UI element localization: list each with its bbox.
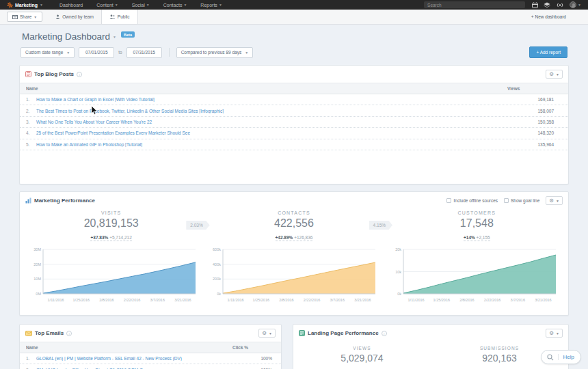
table-header: Name Click % (20, 342, 281, 353)
metric-contacts: CONTACTS 422,556 +42.89% +126,836 (202, 210, 385, 242)
chevron-down-icon: ▼ (40, 3, 43, 7)
svg-text:3/7/2016: 3/7/2016 (510, 298, 524, 302)
nav-item-contacts[interactable]: Contacts▼ (157, 3, 194, 8)
svg-text:1/25/2016: 1/25/2016 (253, 298, 269, 302)
new-dashboard-button[interactable]: + New dashboard (531, 14, 566, 19)
search-input[interactable] (427, 3, 522, 8)
views-value: 150,358 (507, 120, 562, 124)
global-search[interactable] (424, 1, 525, 8)
card-header: Landing Page Performance i ⚙▼ (293, 325, 568, 342)
email-icon (25, 331, 32, 336)
date-to-input[interactable] (126, 47, 162, 58)
table-row: 4. 25 of the Best PowerPoint Presentatio… (20, 128, 568, 139)
svg-text:3/7/2016: 3/7/2016 (330, 298, 345, 302)
chevron-down-icon[interactable]: ▼ (113, 35, 116, 39)
date-from-input[interactable] (79, 47, 114, 58)
svg-text:1/11/2016: 1/11/2016 (228, 298, 244, 302)
views-value: 135,964 (507, 142, 562, 147)
nav-item-content[interactable]: Content▼ (90, 3, 124, 8)
people-icon (109, 14, 116, 19)
metric-visits: VISITS 20,819,153 +37.83% +5,714,212 (20, 210, 202, 242)
dashboard-content: Marketing Dashboard ▼ Beta Custom date r… (0, 25, 588, 369)
envelope-icon (12, 15, 18, 19)
nav-item-reports[interactable]: Reports▼ (193, 3, 228, 8)
include-offline-checkbox[interactable]: Include offline sources (446, 198, 498, 203)
share-button[interactable]: Share ▼ (7, 12, 42, 22)
nav-item-social[interactable]: Social▼ (125, 3, 157, 8)
card-settings-button[interactable]: ⚙▼ (258, 329, 276, 338)
svg-text:1/11/2016: 1/11/2016 (407, 298, 424, 302)
svg-text:1/25/2016: 1/25/2016 (73, 298, 90, 302)
tab-owned-by-team[interactable]: Owned by team (48, 10, 101, 24)
svg-text:0k: 0k (217, 292, 222, 296)
blog-post-link[interactable]: 25 of the Best PowerPoint Presentation E… (36, 131, 190, 135)
chevron-down-icon: ▼ (183, 3, 187, 7)
chevron-down-icon: ▼ (34, 15, 37, 19)
bottom-row: Top Emails i ⚙▼ Name Click % 1. GLOBAL (… (19, 324, 569, 369)
card-header: Top Emails i ⚙▼ (20, 325, 281, 342)
landing-page-icon (299, 330, 305, 336)
marketing-performance-card: Marketing Performance Include offline so… (19, 191, 569, 316)
show-goal-checkbox[interactable]: Show goal line (504, 198, 539, 203)
calendar-icon[interactable] (532, 2, 538, 8)
filter-row: Custom date range ▼ to Compared to previ… (21, 46, 567, 58)
views-value: 148,320 (507, 131, 562, 135)
metric-customers: CUSTOMERS 17,548 +14% +2,155 (386, 210, 568, 242)
info-icon[interactable]: i (77, 72, 82, 77)
nav-brand-marketing[interactable]: Marketing ▼ (7, 2, 43, 8)
svg-text:400k: 400k (213, 262, 221, 266)
chevron-down-icon: ▼ (556, 72, 559, 77)
charts-row: 0M10M20M30M1/11/20161/25/20162/8/20162/2… (20, 246, 568, 303)
title-row: Marketing Dashboard ▼ Beta (22, 31, 566, 42)
date-range-select[interactable]: Custom date range ▼ (21, 47, 75, 58)
contacts-area-chart: 0k200k400k600k1/11/20161/25/20162/8/2016… (208, 246, 379, 303)
info-icon[interactable]: i (66, 331, 72, 336)
svg-text:20k: 20k (395, 247, 401, 251)
metrics-row: VISITS 20,819,153 +37.83% +5,714,212 CON… (20, 210, 568, 242)
info-icon[interactable]: i (382, 331, 387, 336)
card-header: Marketing Performance Include offline so… (20, 192, 568, 209)
top-blog-posts-card: Top Blog Posts i ⚙▼ Name Views 1. How to… (19, 65, 569, 184)
metric-delta: +42.89% +126,836 (276, 235, 313, 241)
views-value: 169,181 (507, 97, 562, 102)
search-icon (547, 354, 554, 361)
svg-text:2/8/2016: 2/8/2016 (459, 298, 474, 302)
views-value: 158,007 (507, 109, 562, 113)
card-settings-button[interactable]: ⚙▼ (546, 70, 563, 79)
blog-post-link[interactable]: The Best Times to Post on Facebook, Twit… (36, 109, 224, 113)
beta-badge: Beta (121, 31, 135, 38)
card-settings-button[interactable]: ⚙▼ (546, 196, 563, 205)
svg-text:2/22/2016: 2/22/2016 (124, 298, 140, 302)
marketplace-icon[interactable] (544, 2, 550, 8)
gear-icon: ⚙ (549, 330, 554, 336)
chevron-down-icon: ▼ (245, 51, 248, 55)
svg-text:1/25/2016: 1/25/2016 (433, 298, 449, 302)
metric-views: VIEWS 5,029,074 +50.22% +1,681,221 (293, 346, 431, 369)
checkbox-icon (504, 198, 509, 203)
card-title: Landing Page Performance (308, 330, 379, 336)
top-emails-card: Top Emails i ⚙▼ Name Click % 1. GLOBAL (… (19, 324, 282, 369)
blog-post-link[interactable]: What No One Tells You About Your Career … (36, 120, 152, 124)
add-report-button[interactable]: + Add report (529, 46, 567, 58)
email-link[interactable]: GLOBAL (en) | PM | Website Platform - SS… (36, 356, 182, 361)
broadcast-icon[interactable] (556, 2, 564, 8)
card-settings-button[interactable]: ⚙▼ (546, 329, 563, 338)
nav-item-dashboard[interactable]: Dashboard (53, 3, 90, 8)
chevron-down-icon: ▼ (219, 3, 222, 7)
checkbox-icon (446, 198, 451, 203)
person-icon (55, 14, 60, 19)
page-title[interactable]: Marketing Dashboard (22, 31, 110, 42)
tab-public[interactable]: Public (101, 10, 138, 24)
dashboard-toolbar: Share ▼ Owned by team Public + New dashb… (0, 10, 588, 25)
blog-post-link[interactable]: How to Make an Animated GIF in Photoshop… (36, 142, 142, 147)
table-header: Name Views (20, 83, 568, 94)
card-header: Top Blog Posts i ⚙▼ (20, 66, 568, 83)
help-widget[interactable]: Help (541, 350, 581, 364)
customers-area-chart: 0k10k20k1/11/20161/25/20162/8/20162/22/2… (388, 246, 560, 303)
compare-select[interactable]: Compared to previous 89 days ▼ (176, 47, 253, 58)
table-row: 1. GLOBAL (en) | PM | Website Platform -… (20, 353, 281, 364)
account-menu[interactable]: ▼ (570, 1, 581, 8)
table-row: 5. How to Make an Animated GIF in Photos… (20, 139, 568, 150)
blog-post-link[interactable]: How to Make a Chart or Graph in Excel [W… (36, 97, 155, 102)
table-row: 3. What No One Tells You About Your Care… (20, 117, 568, 128)
